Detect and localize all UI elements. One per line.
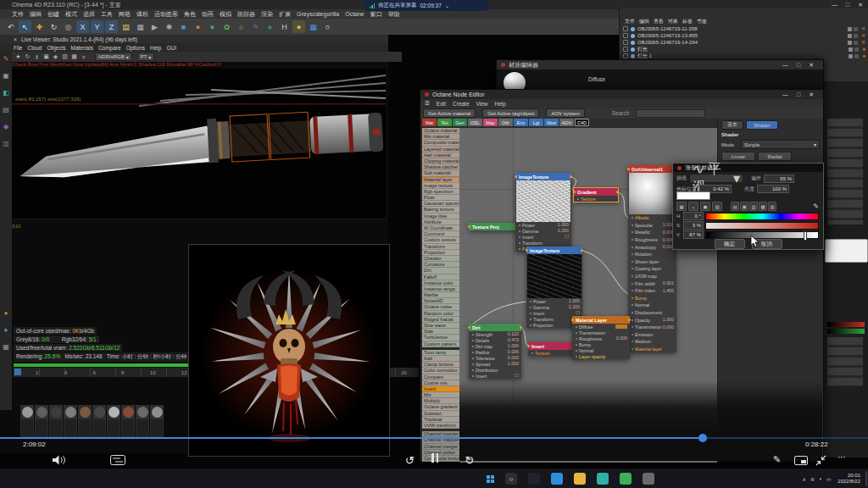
node-param[interactable]: Spread1.000 — [469, 361, 521, 367]
visibility-icon[interactable] — [854, 27, 858, 31]
texture-tag-icon[interactable]: ● — [862, 53, 865, 58]
taskbar-app-icon[interactable] — [551, 473, 563, 485]
window-control-button[interactable]: — — [832, 2, 837, 8]
node-param[interactable]: Gamma2.200 — [515, 228, 571, 234]
menu-item[interactable]: 运动图形 — [154, 10, 178, 19]
node-type-item[interactable]: Transform — [422, 244, 459, 250]
toolbar-icon[interactable]: X — [76, 20, 89, 33]
window-control-button[interactable]: ✕ — [809, 92, 814, 98]
menu-item[interactable]: 标签 — [682, 18, 693, 25]
node-type-item[interactable]: Composite texture — [422, 456, 459, 462]
texture-tag-icon[interactable]: ✕ — [861, 26, 865, 31]
node-type-item[interactable]: Rgb spectrum — [422, 189, 459, 195]
taskbar-clock[interactable]: 20:01 2022/8/22 — [837, 473, 860, 485]
object-row[interactable]: OBJ3065-1246719-14-264 ✕ — [620, 39, 868, 46]
object-row[interactable]: 灯光 ● — [620, 46, 868, 53]
tool-icon[interactable]: ▣ — [2, 71, 11, 80]
node-header[interactable]: Texture Proj — [469, 223, 518, 230]
picker-mode-icon[interactable]: ▨ — [712, 202, 722, 211]
node-type-item[interactable]: Material layer — [422, 177, 459, 183]
timeline-marker[interactable] — [14, 369, 21, 375]
toolbar-icon[interactable]: Z — [105, 20, 118, 33]
node-type-item[interactable]: Clamp texture — [422, 362, 459, 368]
toolbar-icon[interactable]: ● — [206, 20, 219, 33]
node-param[interactable]: Metallic0.000 — [628, 229, 676, 236]
eyedropper-icon[interactable]: ✎ — [813, 202, 819, 210]
visibility-icon[interactable] — [854, 34, 858, 38]
picker-mode-icon[interactable]: ◼ — [700, 202, 710, 211]
volume-icon[interactable] — [53, 455, 66, 465]
mode-dropdown[interactable]: Simple ▾ — [741, 140, 820, 149]
toolbar-icon[interactable]: ‖ — [32, 53, 42, 61]
toolbar-icon[interactable]: ◈ — [51, 53, 60, 61]
toolbar-icon[interactable]: ≡ — [79, 53, 88, 61]
node-param[interactable]: Distribution — [469, 367, 521, 373]
material-thumbnail[interactable] — [92, 405, 106, 439]
menu-item[interactable]: 工具 — [101, 10, 113, 19]
hue-slider[interactable] — [705, 213, 819, 220]
category-tab[interactable]: Map — [483, 119, 498, 126]
colorspace-dropdown[interactable]: HDR/sRGB ▾ — [95, 53, 132, 61]
start-button[interactable] — [487, 475, 494, 483]
toolbar-button[interactable]: Get Active material — [423, 108, 476, 118]
pen-tool-icon[interactable]: ✎ — [2, 54, 11, 64]
object-row[interactable]: 灯光.1 ● — [620, 53, 868, 59]
node-type-item[interactable]: Sine wave — [422, 323, 459, 329]
category-tab[interactable]: Gen — [453, 119, 467, 126]
node-type-item[interactable]: Composite material — [422, 140, 459, 146]
menu-item[interactable]: Options — [126, 45, 145, 51]
menu-item[interactable]: 编辑 — [639, 18, 649, 25]
toolbar-icon[interactable]: ✱ — [163, 20, 175, 33]
material-thumbnail[interactable] — [20, 405, 34, 439]
node-param[interactable]: Roughness0.430 — [628, 236, 676, 244]
node-param[interactable]: Albedo — [628, 214, 676, 222]
green-channel-bar[interactable] — [827, 329, 865, 334]
menu-item[interactable]: 跟踪器 — [237, 10, 255, 19]
node-param[interactable]: Layer opacity — [572, 353, 630, 359]
render-viewport[interactable]: start(-83,157) size(1277,329) — [12, 69, 386, 219]
node-header[interactable]: ImageTexture — [526, 247, 582, 254]
toolbar-icon[interactable]: ▦ — [307, 20, 320, 33]
menu-item[interactable]: 扩展 — [279, 10, 291, 19]
toolbar-button[interactable]: Get Active tag/object — [482, 108, 539, 118]
taskbar-app-icon[interactable]: ○ — [505, 473, 517, 485]
node-type-item[interactable]: Multiply — [422, 398, 459, 404]
node-param[interactable]: Opacity1.000 — [628, 316, 676, 324]
menu-item[interactable]: File — [14, 45, 22, 51]
visibility-icon[interactable] — [854, 41, 858, 45]
node-type-item[interactable]: Invert — [422, 386, 459, 392]
node-type-item[interactable]: Comment — [422, 231, 459, 237]
tray-icon[interactable]: ◖ — [819, 476, 822, 481]
value-slider[interactable] — [705, 231, 819, 239]
category-tab[interactable]: C4D — [575, 119, 589, 126]
tool-icon[interactable]: ◧ — [2, 88, 11, 97]
node-param[interactable]: Invert☐ — [469, 373, 521, 379]
toolbar-icon[interactable]: ✎ — [249, 20, 262, 33]
picker-mode-icon[interactable]: ▦ — [676, 202, 687, 211]
material-thumbnail[interactable] — [121, 405, 135, 439]
node-param[interactable]: Displacement — [628, 309, 676, 317]
node-type-item[interactable]: Attribute — [422, 219, 459, 225]
window-control-button[interactable]: — — [782, 62, 788, 69]
toolbar-icon[interactable]: ◎ — [62, 20, 75, 33]
node-param[interactable]: Tolerance0.000 — [469, 355, 521, 361]
node-type-item[interactable]: Image texture — [422, 183, 459, 189]
linear-button[interactable]: Linear — [721, 152, 755, 161]
menu-item[interactable]: 文件 — [12, 10, 24, 19]
node-type-item[interactable]: Shadow catcher — [422, 164, 459, 170]
menu-item[interactable]: 书签 — [697, 18, 707, 25]
window-control-button[interactable]: □ — [797, 62, 800, 69]
node-param[interactable]: Roughness0.000 — [572, 336, 630, 341]
menu-item[interactable]: 选择 — [83, 10, 95, 19]
node-type-item[interactable]: Channel merger — [422, 444, 459, 450]
menu-item[interactable]: Greyscalegorilla — [297, 11, 339, 17]
node-type-item[interactable]: Layered material — [422, 147, 459, 152]
node-param[interactable]: Transform — [515, 240, 571, 246]
brightness-input[interactable]: 100 % — [757, 185, 789, 193]
bias-input[interactable]: 65 % — [764, 175, 794, 183]
shrink-icon[interactable] — [815, 455, 826, 466]
texture-tag-icon[interactable]: ✕ — [861, 33, 865, 38]
layer-icon[interactable] — [848, 41, 852, 45]
toolbar-icon[interactable]: ▤ — [120, 20, 132, 33]
pause-button[interactable] — [431, 453, 438, 463]
